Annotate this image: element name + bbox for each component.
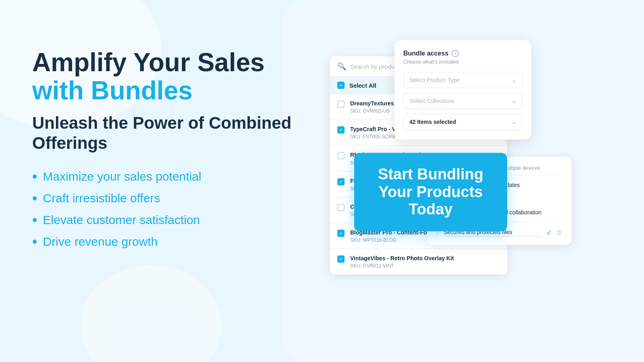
product-type-label: Select Product Type (409, 77, 460, 83)
search-icon: 🔍 (337, 62, 346, 71)
bullet-item-1: Maximize your sales potential (32, 168, 306, 185)
product-sku-7: SKU: OVR011-VINT (350, 263, 500, 269)
product-item-7[interactable]: VintageVibes - Retro Photo Overlay Kit S… (330, 249, 507, 275)
search-input[interactable]: Search by product (350, 63, 399, 70)
confirm-edit-icon[interactable]: ✓ (546, 228, 552, 237)
bullet-list: Maximize your sales potential Craft irre… (32, 168, 306, 250)
bundle-access-panel: Bundle access i Choose what's included S… (394, 40, 531, 140)
background-blob-2 (80, 265, 221, 362)
bullet-item-4: Drive revenue growth (32, 233, 306, 250)
start-bundling-text: Start Bundling Your Products Today (369, 166, 493, 218)
product-checkbox-2[interactable] (337, 126, 345, 134)
bullet-item-2: Craft irresistible offers (32, 190, 306, 207)
product-checkbox-1[interactable] (337, 101, 345, 108)
product-checkbox-7[interactable] (337, 255, 345, 263)
collections-label: Select Collections (409, 98, 454, 104)
bundle-access-title: Bundle access i (403, 50, 522, 57)
start-bundling-banner[interactable]: Start Bundling Your Products Today (354, 153, 507, 231)
product-checkbox-6[interactable] (337, 230, 345, 237)
subheadline-text: Unleash the Power of Combined Offerings (32, 113, 291, 152)
items-selected-label: 42 Items selected (409, 119, 456, 125)
subheadline: Unleash the Power of Combined Offerings (32, 113, 306, 154)
product-name-7: VintageVibes - Retro Photo Overlay Kit (350, 255, 500, 262)
select-all-label: Select All (349, 82, 376, 89)
product-checkbox-5[interactable] (337, 204, 345, 211)
product-type-dropdown[interactable]: Select Product Type ⌄ (403, 72, 522, 88)
chevron-down-icon-2: ⌄ (512, 98, 516, 104)
items-selected-field[interactable]: 42 Items selected ⌄ (403, 114, 522, 130)
left-content: Amplify Your Sales with Bundles Unleash … (32, 48, 306, 255)
collections-dropdown[interactable]: Select Collections ⌄ (403, 93, 522, 109)
product-checkbox-3[interactable] (337, 152, 345, 159)
info-icon[interactable]: i (452, 50, 459, 57)
chevron-down-icon: ⌄ (512, 77, 516, 83)
headline-plain: Amplify Your Sales (32, 48, 264, 77)
bullet-item-3: Elevate customer satisfaction (32, 212, 306, 228)
select-all-checkbox[interactable] (337, 82, 345, 89)
main-headline: Amplify Your Sales with Bundles (32, 48, 306, 105)
headline-highlight: with Bundles (32, 76, 192, 105)
bundle-access-subtitle: Choose what's included (403, 59, 522, 65)
chevron-down-icon-3: ⌄ (512, 119, 516, 125)
product-checkbox-4[interactable] (337, 178, 345, 185)
delete-feature-icon[interactable]: 🗑 (556, 229, 563, 236)
